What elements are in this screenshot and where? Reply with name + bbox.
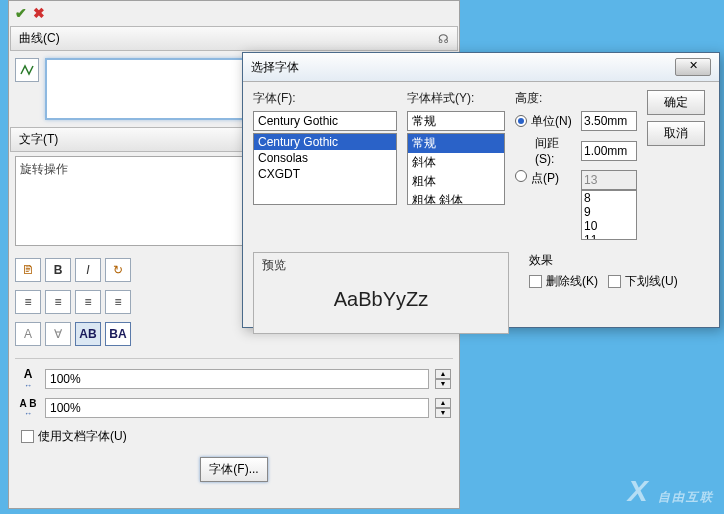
style-input[interactable] (407, 111, 505, 131)
italic-button[interactable]: I (75, 258, 101, 282)
spacing-spinner[interactable]: ▲▼ (435, 398, 451, 418)
points-radio-label: 点(P) (531, 170, 577, 187)
height-label: 高度: (515, 90, 637, 107)
font-listbox[interactable]: Century Gothic Consolas CXGDT (253, 133, 397, 205)
close-button[interactable]: ✕ (675, 58, 711, 76)
strike-check-row[interactable]: 删除线(K) (529, 273, 598, 290)
font-input[interactable] (253, 111, 397, 131)
underline-label: 下划线(U) (625, 273, 678, 290)
list-item[interactable]: 斜体 (408, 153, 504, 172)
strike-label: 删除线(K) (546, 273, 598, 290)
confirm-bar: ✔ ✖ (9, 1, 459, 25)
width-icon: A↔ (17, 367, 39, 390)
preview-box: 预览 AaBbYyZz (253, 252, 509, 334)
ok-button[interactable]: 确定 (647, 90, 705, 115)
points-input (581, 170, 637, 190)
list-item[interactable]: 11 (582, 233, 636, 240)
font-label: 字体(F): (253, 90, 397, 107)
unit-radio[interactable] (515, 115, 527, 127)
cancel-button[interactable]: 取消 (647, 121, 705, 146)
ok-icon[interactable]: ✔ (15, 5, 27, 21)
dialog-title: 选择字体 (251, 59, 299, 76)
use-doc-font-label: 使用文档字体(U) (38, 428, 127, 445)
list-item[interactable]: 10 (582, 219, 636, 233)
style-listbox[interactable]: 常规 斜体 粗体 粗体 斜体 (407, 133, 505, 205)
style-label: 字体样式(Y): (407, 90, 505, 107)
list-item[interactable]: 粗体 (408, 172, 504, 191)
flip-v-button[interactable]: A (15, 322, 41, 346)
list-item[interactable]: 粗体 斜体 (408, 191, 504, 205)
unit-radio-label: 单位(N) (531, 113, 577, 130)
points-listbox[interactable]: 8 9 10 11 (581, 190, 637, 240)
curve-section-header[interactable]: 曲线(C) ☊ (10, 26, 458, 51)
font-button[interactable]: 字体(F)... (200, 457, 267, 482)
watermark: X 自由互联 (628, 474, 714, 508)
spacing-label: 间距(S): (535, 135, 577, 166)
list-item[interactable]: 常规 (408, 134, 504, 153)
spacing-percent-row: A B↔ ▲▼ (9, 394, 459, 422)
width-percent-input[interactable] (45, 369, 429, 389)
align-right-button[interactable]: ≡ (75, 290, 101, 314)
align-left-button[interactable]: ≡ (15, 290, 41, 314)
curve-tool-button[interactable] (15, 58, 39, 82)
rotate-button[interactable]: ↻ (105, 258, 131, 282)
ab-mode-2-button[interactable]: BA (105, 322, 131, 346)
points-radio[interactable] (515, 170, 527, 182)
unit-input[interactable] (581, 111, 637, 131)
font-dialog: 选择字体 ✕ 字体(F): Century Gothic Consolas CX… (242, 52, 720, 328)
text-section-title: 文字(T) (19, 131, 58, 148)
style-button[interactable]: 🖹 (15, 258, 41, 282)
underline-checkbox[interactable] (608, 275, 621, 288)
list-item[interactable]: 8 (582, 191, 636, 205)
spacing-icon: A B↔ (17, 398, 39, 418)
cancel-icon[interactable]: ✖ (33, 5, 45, 21)
list-item[interactable]: CXGDT (254, 166, 396, 182)
flip-h-button[interactable]: ∀ (45, 322, 71, 346)
strike-checkbox[interactable] (529, 275, 542, 288)
dialog-titlebar[interactable]: 选择字体 ✕ (243, 53, 719, 82)
align-justify-button[interactable]: ≡ (105, 290, 131, 314)
list-item[interactable]: Consolas (254, 150, 396, 166)
curve-section-title: 曲线(C) (19, 30, 60, 47)
align-center-button[interactable]: ≡ (45, 290, 71, 314)
chevron-up-icon: ☊ (438, 32, 449, 46)
underline-check-row[interactable]: 下划线(U) (608, 273, 678, 290)
use-doc-font-checkbox[interactable] (21, 430, 34, 443)
curve-icon (20, 63, 34, 77)
divider (15, 358, 453, 359)
spacing-input[interactable] (581, 141, 637, 161)
width-spinner[interactable]: ▲▼ (435, 369, 451, 389)
ab-mode-1-button[interactable]: AB (75, 322, 101, 346)
preview-label: 预览 (262, 257, 500, 274)
bold-button[interactable]: B (45, 258, 71, 282)
width-percent-row: A↔ ▲▼ (9, 363, 459, 394)
effects-label: 效果 (529, 252, 709, 269)
list-item[interactable]: 9 (582, 205, 636, 219)
use-doc-font-row[interactable]: 使用文档字体(U) (9, 422, 459, 451)
list-item[interactable]: Century Gothic (254, 134, 396, 150)
preview-sample: AaBbYyZz (262, 288, 500, 311)
spacing-percent-input[interactable] (45, 398, 429, 418)
